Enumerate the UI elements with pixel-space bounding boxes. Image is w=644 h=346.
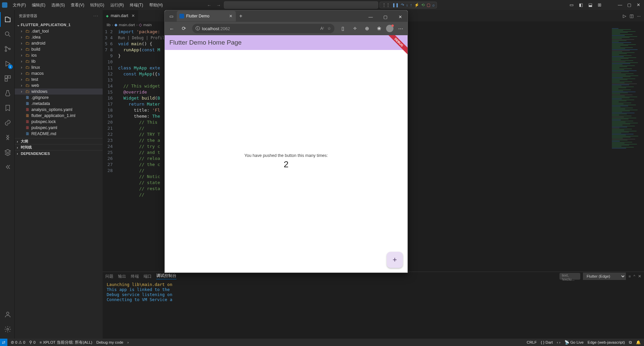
minimap[interactable] <box>610 28 644 272</box>
remote-indicator[interactable]: ⇄ <box>0 339 7 346</box>
nav-back-icon[interactable]: ← <box>205 1 213 9</box>
command-center-search[interactable] <box>224 1 378 9</box>
tree-file[interactable]: 🗎 .gitignore <box>15 95 103 101</box>
read-aloud-icon[interactable]: A⁾ <box>320 26 324 31</box>
panel-close-icon[interactable]: ✕ <box>638 274 641 279</box>
step-over-icon[interactable]: ↷ <box>401 3 404 7</box>
activity-settings-icon[interactable] <box>0 322 15 337</box>
sidebar-section[interactable]: ›DEPENDENCIES <box>15 150 103 156</box>
crumb-symbol[interactable]: main <box>143 23 152 27</box>
tree-folder[interactable]: ›🗀 ios <box>15 52 103 58</box>
crumb-folder[interactable]: lib <box>107 23 111 27</box>
menu-item[interactable]: 转到(G) <box>88 1 107 9</box>
tree-folder[interactable]: ›🗀 macos <box>15 70 103 76</box>
tree-file[interactable]: 🗎 .metadata <box>15 101 103 107</box>
debug-console-output[interactable]: Launching lib\main.dart on This app is l… <box>103 281 644 339</box>
tree-folder[interactable]: ›🗀 lib <box>15 58 103 64</box>
debug-filter-input[interactable]: text, !exclu... <box>559 273 580 280</box>
split-editor-icon[interactable]: ◫ <box>630 13 634 18</box>
tree-file[interactable]: 🗎 README.md <box>15 131 103 137</box>
restart-icon[interactable]: ⟲ <box>421 3 425 7</box>
panel-tab[interactable]: 问题 <box>105 274 113 279</box>
tree-file[interactable]: 🗎 pubspec.lock <box>15 119 103 125</box>
tree-folder[interactable]: ›🗀 android <box>15 40 103 46</box>
status-feedback-icon[interactable]: ⧉ <box>629 340 632 345</box>
activity-link-icon[interactable] <box>0 115 15 130</box>
panel-tab[interactable]: 调试控制台 <box>156 273 176 279</box>
tree-folder[interactable]: ›🗀 build <box>15 46 103 52</box>
crumb-file[interactable]: main.dart <box>119 23 135 27</box>
panel-tab[interactable]: 终端 <box>131 274 139 279</box>
status-ports[interactable]: ⚲ 0 <box>29 340 36 345</box>
panel-tab[interactable]: 输出 <box>118 274 126 279</box>
status-angle-icon[interactable]: ‹ › <box>557 340 560 344</box>
tab-close-icon[interactable]: ✕ <box>131 13 135 18</box>
activity-explorer-icon[interactable] <box>0 12 15 27</box>
panel-settings-icon[interactable]: ≡ <box>629 274 631 278</box>
favorite-icon[interactable]: ☆ <box>327 26 331 31</box>
window-close-icon[interactable]: ✕ <box>637 2 642 8</box>
sidebar-more-icon[interactable]: ··· <box>94 14 99 18</box>
panel-maximize-icon[interactable]: ^ <box>634 274 635 278</box>
sidebar-section[interactable]: ›时间线 <box>15 144 103 150</box>
profile-avatar-icon[interactable] <box>386 25 393 32</box>
browser-tab-close-icon[interactable]: ✕ <box>229 14 232 18</box>
browser-close-icon[interactable]: ✕ <box>393 12 408 22</box>
status-bell-icon[interactable]: 🔔 <box>636 340 641 345</box>
browser-extensions-icon[interactable]: ❀ <box>374 23 384 34</box>
drag-handle-icon[interactable]: ⋮⋮ <box>382 3 390 7</box>
panel-tab[interactable]: 端口 <box>144 274 152 279</box>
browser-back-icon[interactable]: ← <box>167 23 177 34</box>
tree-folder[interactable]: ›🗀 test <box>15 76 103 82</box>
menu-item[interactable]: 编辑(E) <box>29 1 48 9</box>
stop-icon[interactable]: ▢ <box>427 3 430 7</box>
status-lang[interactable]: { } Dart <box>541 340 553 344</box>
status-golive[interactable]: 📡 Go Live <box>565 340 584 345</box>
status-debug-my-code[interactable]: Debug my code <box>96 340 123 344</box>
status-errors[interactable]: ⊘ 0 ⚠ 0 <box>11 340 25 345</box>
menu-item[interactable]: 终端(T) <box>127 1 146 9</box>
status-eol[interactable]: CRLF <box>527 340 537 344</box>
activity-search-icon[interactable] <box>0 27 15 42</box>
debug-console-select[interactable]: Flutter (Edge) <box>583 273 626 280</box>
increment-fab-button[interactable]: + <box>387 252 403 268</box>
menu-item[interactable]: 选择(S) <box>49 1 67 9</box>
scroll-right-icon[interactable]: › <box>127 340 129 344</box>
activity-layers-icon[interactable] <box>0 145 15 160</box>
layout-panel-icon[interactable]: ▭ <box>570 2 575 8</box>
favorites-bar-icon[interactable]: ✧ <box>350 23 360 34</box>
tree-folder[interactable]: ›🗀 .idea <box>15 34 103 40</box>
menu-item[interactable]: 帮助(H) <box>147 1 166 9</box>
step-out-icon[interactable]: ↑ <box>410 3 412 7</box>
status-device[interactable]: Edge (web-javascript) <box>588 340 625 344</box>
browser-refresh-icon[interactable]: ⟳ <box>179 23 189 34</box>
status-xplot[interactable]: ≡ XPLOT 当前分组: 所有(ALL) <box>40 340 92 345</box>
window-maximize-icon[interactable]: ▢ <box>627 2 633 8</box>
play-icon[interactable]: ▷ <box>623 13 626 18</box>
tree-file[interactable]: 🗎 flutter_application_1.iml <box>15 113 103 119</box>
tree-file[interactable]: 🗎 pubspec.yaml <box>15 125 103 131</box>
tab-more-icon[interactable]: ··· <box>637 13 641 18</box>
sidebar-section[interactable]: ›大纲 <box>15 138 103 144</box>
editor-tab[interactable]: ◆ main.dart ✕ <box>103 10 139 21</box>
project-header[interactable]: ⌄ FLUTTER_APPLICATION_1 <box>15 21 103 28</box>
tree-file[interactable]: 🗎 analysis_options.yaml <box>15 107 103 113</box>
activity-angle-icon[interactable] <box>0 130 15 145</box>
tree-folder[interactable]: ›🗀 .dart_tool <box>15 28 103 34</box>
layout-customize-icon[interactable]: ⊞ <box>598 2 603 8</box>
browser-tab[interactable]: Flutter Demo ✕ <box>177 11 236 21</box>
activity-scm-icon[interactable] <box>0 42 15 56</box>
activity-bookmark-icon[interactable] <box>0 101 15 115</box>
site-info-icon[interactable]: ⓘ <box>196 25 200 32</box>
split-screen-icon[interactable]: ▯ <box>338 23 348 34</box>
nav-forward-icon[interactable]: → <box>215 1 223 9</box>
layout-panel-bottom-icon[interactable]: ⬓ <box>588 2 594 8</box>
browser-new-tab-icon[interactable]: + <box>236 11 246 21</box>
menu-item[interactable]: 查看(V) <box>68 1 87 9</box>
browser-minimize-icon[interactable]: — <box>363 12 378 22</box>
tree-folder[interactable]: ›🗀 web <box>15 82 103 89</box>
window-minimize-icon[interactable]: — <box>618 2 623 8</box>
menu-item[interactable]: 运行(R) <box>108 1 127 9</box>
inspect-icon[interactable]: ⌕ <box>432 3 435 7</box>
activity-extensions-icon[interactable] <box>0 71 15 86</box>
